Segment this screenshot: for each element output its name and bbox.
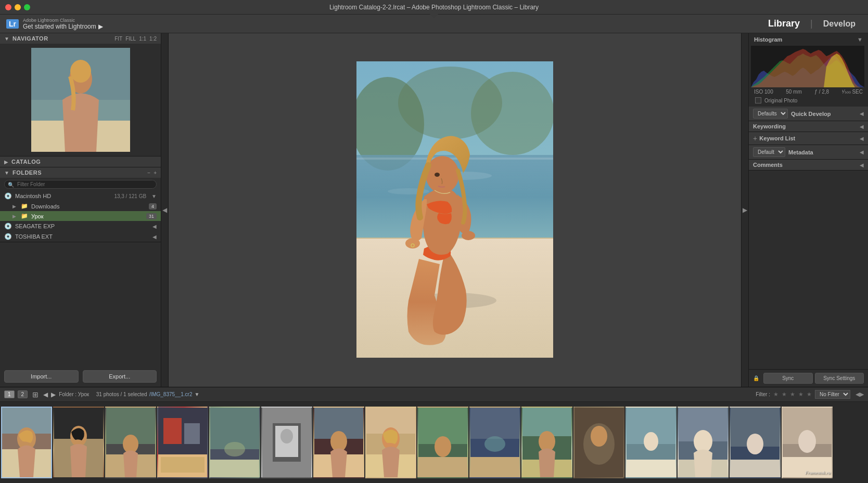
ratio-btn[interactable]: 1:2	[149, 36, 157, 42]
keyword-list-header[interactable]: + Keyword List ◀	[749, 132, 868, 145]
filter-star2[interactable]: ★	[782, 391, 787, 398]
folders-plus-btn[interactable]: +	[154, 170, 157, 176]
iso-value: ISO 100	[754, 89, 773, 95]
keywording-header[interactable]: Keywording ◀	[749, 121, 868, 132]
file-path[interactable]: /IMG_8375__1.cr2	[149, 391, 193, 397]
sync-button[interactable]: Sync	[763, 373, 813, 384]
keyword-list-section: + Keyword List ◀	[749, 132, 868, 145]
svg-point-20	[435, 173, 440, 177]
maximize-button[interactable]	[24, 4, 30, 10]
urok-folder-item[interactable]: ▶ 📁 Урок 31	[0, 211, 161, 221]
svg-rect-61	[470, 457, 519, 477]
seagate-drive-name: SEAGATE EXP	[15, 223, 149, 229]
app-logo: Lr Adobe Lightroom Classic Get started w…	[6, 18, 103, 30]
comments-header[interactable]: Comments ◀	[749, 160, 868, 170]
folders-controls: − +	[147, 170, 157, 176]
prev-arrow-btn[interactable]: ◀	[43, 391, 48, 398]
filter-panel-toggle[interactable]: ◀▶	[856, 391, 864, 398]
thumb-item-3[interactable]	[105, 407, 156, 478]
folders-minus-btn[interactable]: −	[147, 170, 150, 176]
thumb-svg-16	[783, 408, 832, 477]
svg-rect-72	[627, 460, 675, 477]
main-photo-svg	[356, 61, 553, 358]
import-button[interactable]: Import...	[4, 370, 79, 383]
fill-btn[interactable]: FILL	[125, 36, 136, 42]
thumb-item-11[interactable]	[521, 407, 572, 478]
svg-point-81	[747, 434, 763, 454]
navigator-header[interactable]: ▼ Navigator FIT FILL 1:1 1:2	[0, 33, 161, 44]
thumb-item-6[interactable]	[261, 407, 312, 478]
thumb-item-2[interactable]	[53, 407, 104, 478]
toshiba-drive-item[interactable]: 💿 TOSHIBA EXT ◀	[0, 231, 161, 242]
sync-settings-button[interactable]: Sync Settings	[815, 373, 864, 384]
filter-section: Filter : ★ ★ ★ ★ ★ No Filter ◀▶	[756, 390, 864, 399]
left-panel-collapse-arrow[interactable]: ◀	[161, 33, 169, 387]
toshiba-drive-icon: 💿	[4, 233, 12, 240]
original-photo-label: Original Photo	[764, 98, 797, 103]
defaults-select[interactable]: Defaults	[753, 109, 788, 119]
thumb-item-1[interactable]	[1, 407, 52, 478]
metadata-header[interactable]: Default Metadata ◀	[749, 145, 868, 159]
thumb-item-14[interactable]	[678, 407, 729, 478]
nav-buttons: Library | Develop	[762, 17, 862, 30]
quick-develop-header[interactable]: Defaults Quick Develop ◀	[749, 107, 868, 121]
macintosh-hd-item[interactable]: 💿 Macintosh HD 13,3 / 121 GB ▼	[0, 191, 161, 201]
thumb-item-5[interactable]	[209, 407, 260, 478]
filter-star1[interactable]: ★	[773, 391, 778, 398]
original-photo-checkbox[interactable]	[755, 97, 761, 103]
main-photo[interactable]	[356, 61, 553, 359]
library-nav-btn[interactable]: Library	[762, 17, 806, 30]
catalog-header[interactable]: ▶ Catalog	[0, 156, 161, 167]
catalog-triangle: ▶	[4, 159, 8, 165]
close-button[interactable]	[5, 4, 11, 10]
thumb-item-16[interactable]: Framestok.ru	[782, 407, 833, 478]
minimize-button[interactable]	[15, 4, 21, 10]
fit-btn[interactable]: FIT	[114, 36, 122, 42]
thumb-item-13[interactable]	[626, 407, 676, 478]
keyword-list-plus-icon[interactable]: +	[753, 134, 757, 142]
filter-star5[interactable]: ★	[807, 391, 812, 398]
histogram-header: Histogram ▼	[751, 35, 866, 44]
svg-point-42	[224, 442, 245, 456]
get-started-label[interactable]: Get started with Lightroom ▶	[23, 23, 103, 30]
thumb-item-10[interactable]	[469, 407, 520, 478]
thumb-item-7[interactable]	[313, 407, 364, 478]
filter-wrap: 🔍	[4, 180, 157, 189]
svg-point-77	[694, 430, 712, 453]
histogram-collapse-icon[interactable]: ▼	[857, 36, 863, 43]
export-button[interactable]: Export...	[83, 370, 157, 383]
folders-header[interactable]: ▼ Folders − +	[0, 167, 161, 178]
shutter-speed: ¹⁄₅₀₀ SEC	[842, 89, 863, 95]
page1-btn[interactable]: 1	[4, 390, 15, 398]
one-to-one-btn[interactable]: 1:1	[139, 36, 146, 42]
svg-rect-35	[163, 418, 182, 444]
nav-thumb-svg	[31, 48, 130, 152]
develop-nav-btn[interactable]: Develop	[817, 18, 862, 30]
page2-btn[interactable]: 2	[18, 390, 28, 398]
thumb-item-12[interactable]	[573, 407, 624, 478]
no-filter-select[interactable]: No Filter	[815, 390, 850, 399]
downloads-folder-item[interactable]: ▶ 📁 Downloads 4	[0, 201, 161, 211]
thumb-item-8[interactable]	[365, 407, 416, 478]
thumb-item-4[interactable]	[157, 407, 208, 478]
right-panel: Histogram ▼	[748, 33, 868, 387]
grid-view-btn[interactable]: ⊞	[31, 390, 40, 399]
thumb-item-15[interactable]	[730, 407, 781, 478]
svg-point-46	[280, 429, 293, 443]
thumb-item-9[interactable]	[417, 407, 468, 478]
folder-filter-input[interactable]	[4, 180, 157, 189]
quick-develop-section: Defaults Quick Develop ◀	[749, 107, 868, 121]
right-panel-collapse-arrow[interactable]: ▶	[741, 33, 748, 387]
thumb-svg-5	[210, 408, 259, 477]
filter-star3[interactable]: ★	[790, 391, 795, 398]
keywording-section: Keywording ◀	[749, 121, 868, 132]
photo-count: 31 photos / 1 selected	[96, 391, 147, 397]
next-arrow-btn[interactable]: ▶	[51, 391, 56, 398]
downloads-expand-icon: ▶	[12, 204, 18, 209]
keywording-title: Keywording	[753, 123, 786, 129]
seagate-drive-item[interactable]: 💿 SEAGATE EXP ◀	[0, 221, 161, 231]
window-controls[interactable]	[5, 4, 30, 10]
metadata-section: Default Metadata ◀	[749, 145, 868, 160]
filter-star4[interactable]: ★	[798, 391, 803, 398]
metadata-preset-select[interactable]: Default	[753, 147, 785, 157]
